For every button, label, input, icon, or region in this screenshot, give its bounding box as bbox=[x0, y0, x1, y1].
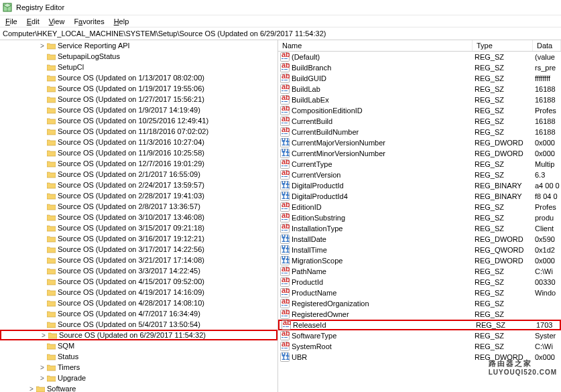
list-row[interactable]: DigitalProductId4REG_BINARYf8 04 0 bbox=[278, 191, 561, 202]
value-name: BuildLabEx bbox=[292, 96, 329, 104]
value-type: REG_SZ bbox=[473, 160, 533, 168]
chevron-right-icon[interactable]: > bbox=[40, 332, 47, 339]
string-value-icon bbox=[280, 342, 290, 351]
tree-item[interactable]: Source OS (Updated on 3/3/2017 14:22:45) bbox=[0, 265, 277, 276]
folder-icon bbox=[47, 375, 56, 382]
tree-item[interactable]: Source OS (Updated on 1/13/2017 08:02:00… bbox=[0, 72, 277, 83]
menu-edit[interactable]: Edit bbox=[23, 17, 44, 26]
menu-favorites[interactable]: Favorites bbox=[70, 17, 108, 26]
list-row[interactable]: CurrentBuildREG_SZ16188 bbox=[278, 116, 561, 127]
menu-view[interactable]: View bbox=[45, 17, 69, 26]
tree-item[interactable]: Source OS (Updated on 4/19/2017 14:16:09… bbox=[0, 287, 277, 298]
address-text: Computer\HKEY_LOCAL_MACHINE\SYSTEM\Setup… bbox=[3, 29, 326, 38]
tree-item[interactable]: Source OS (Updated on 4/15/2017 09:52:00… bbox=[0, 276, 277, 287]
tree-item[interactable]: SetupCl bbox=[0, 62, 277, 72]
menu-help[interactable]: Help bbox=[110, 17, 133, 26]
list-row[interactable]: DigitalProductIdREG_BINARYa4 00 0 bbox=[278, 180, 561, 191]
value-type: REG_SZ bbox=[473, 171, 533, 179]
tree-item[interactable]: SQM bbox=[0, 340, 277, 351]
value-name: BuildBranch bbox=[292, 64, 331, 72]
tree-item[interactable]: Source OS (Updated on 10/25/2016 12:49:4… bbox=[0, 115, 277, 126]
list-row[interactable]: BuildBranchREG_SZrs_pre bbox=[278, 62, 561, 73]
value-data: Syster bbox=[533, 332, 561, 340]
tree-item[interactable]: Source OS (Updated on 5/4/2017 13:50:54) bbox=[0, 319, 277, 330]
tree-item[interactable]: Status bbox=[0, 351, 277, 362]
chevron-right-icon[interactable]: > bbox=[28, 385, 35, 393]
list-row[interactable]: CurrentMinorVersionNumberREG_DWORD0x000 bbox=[278, 148, 561, 159]
list-row[interactable]: SoftwareTypeREG_SZSyster bbox=[278, 330, 561, 341]
list-row[interactable]: EditionIDREG_SZProfes bbox=[278, 202, 561, 212]
tree-item[interactable]: Source OS (Updated on 11/9/2016 10:25:58… bbox=[0, 147, 277, 158]
tree-item[interactable]: Source OS (Updated on 12/7/2016 19:01:29… bbox=[0, 158, 277, 169]
tree-item[interactable]: >Software bbox=[0, 383, 277, 392]
tree-item[interactable]: Source OS (Updated on 2/1/2017 16:55:09) bbox=[0, 169, 277, 180]
list-row[interactable]: ProductNameREG_SZWindo bbox=[278, 287, 561, 298]
string-value-icon bbox=[280, 117, 290, 126]
tree-item[interactable]: Source OS (Updated on 1/19/2017 19:55:06… bbox=[0, 83, 277, 94]
tree-item[interactable]: Source OS (Updated on 3/15/2017 09:21:18… bbox=[0, 222, 277, 233]
list-row[interactable]: RegisteredOwnerREG_SZ bbox=[278, 309, 561, 320]
tree-item-label: Upgrade bbox=[58, 374, 86, 382]
list-row[interactable]: PathNameREG_SZC:\Wi bbox=[278, 266, 561, 277]
list-row[interactable]: InstallTimeREG_QWORD0x1d2 bbox=[278, 245, 561, 255]
tree-item[interactable]: Source OS (Updated on 2/24/2017 13:59:57… bbox=[0, 180, 277, 190]
tree-item[interactable]: >Timers bbox=[0, 362, 277, 373]
string-value-icon bbox=[280, 95, 290, 105]
list-panel[interactable]: Name Type Data (Default)REG_SZ(valueBuil… bbox=[278, 40, 561, 392]
list-row[interactable]: BuildLabExREG_SZ16188 bbox=[278, 94, 561, 105]
value-name: SoftwareType bbox=[292, 332, 336, 340]
tree-item[interactable]: Source OS (Updated on 11/18/2016 07:02:0… bbox=[0, 126, 277, 137]
address-bar[interactable]: Computer\HKEY_LOCAL_MACHINE\SYSTEM\Setup… bbox=[0, 27, 561, 40]
list-row[interactable]: CurrentBuildNumberREG_SZ16188 bbox=[278, 127, 561, 137]
tree-item-label: Source OS (Updated on 4/15/2017 09:52:00… bbox=[58, 277, 204, 285]
list-row[interactable]: CompositionEditionIDREG_SZProfes bbox=[278, 105, 561, 116]
tree-item[interactable]: Source OS (Updated on 11/3/2016 10:27:04… bbox=[0, 137, 277, 147]
tree-item[interactable]: Source OS (Updated on 1/27/2017 15:56:21… bbox=[0, 94, 277, 105]
tree-item[interactable]: Source OS (Updated on 3/17/2017 14:22:56… bbox=[0, 244, 277, 255]
window-title: Registry Editor bbox=[16, 3, 64, 11]
menu-file[interactable]: File bbox=[1, 17, 21, 26]
list-row[interactable]: InstallationTypeREG_SZClient bbox=[278, 223, 561, 234]
list-row[interactable]: BuildLabREG_SZ16188 bbox=[278, 84, 561, 94]
list-row[interactable]: InstallDateREG_DWORD0x590 bbox=[278, 234, 561, 245]
list-row[interactable]: RegisteredOrganizationREG_SZ bbox=[278, 298, 561, 309]
chevron-right-icon[interactable]: > bbox=[39, 375, 46, 382]
list-row[interactable]: (Default)REG_SZ(value bbox=[278, 52, 561, 62]
value-data: Profes bbox=[533, 107, 561, 115]
tree-item-label: Status bbox=[58, 352, 78, 361]
list-row[interactable]: SystemRootREG_SZC:\Wi bbox=[278, 341, 561, 352]
chevron-right-icon[interactable]: > bbox=[39, 364, 46, 371]
column-type[interactable]: Type bbox=[473, 40, 533, 51]
tree-item[interactable]: Source OS (Updated on 3/16/2017 19:12:21… bbox=[0, 233, 277, 244]
list-row[interactable]: BuildGUIDREG_SZffffffff bbox=[278, 73, 561, 84]
string-value-icon bbox=[282, 320, 291, 330]
tree-item[interactable]: Source OS (Updated on 3/10/2017 13:46:08… bbox=[0, 212, 277, 222]
tree-item[interactable]: Source OS (Updated on 4/28/2017 14:08:10… bbox=[0, 298, 277, 308]
tree-item[interactable]: >Service Reporting API bbox=[0, 40, 277, 51]
list-row[interactable]: EditionSubstringREG_SZprodu bbox=[278, 212, 561, 223]
tree-item[interactable]: Source OS (Updated on 4/7/2017 16:34:49) bbox=[0, 308, 277, 319]
list-row[interactable]: CurrentTypeREG_SZMultip bbox=[278, 159, 561, 170]
list-row[interactable]: ProductIdREG_SZ00330 bbox=[278, 277, 561, 287]
tree-item[interactable]: >Upgrade bbox=[0, 373, 277, 383]
value-type: REG_SZ bbox=[473, 107, 533, 115]
column-data[interactable]: Data bbox=[533, 40, 561, 51]
list-row[interactable]: MigrationScopeREG_DWORD0x000 bbox=[278, 255, 561, 266]
value-type: REG_SZ bbox=[473, 224, 533, 233]
list-row[interactable]: ReleaseIdREG_SZ1703 bbox=[278, 320, 561, 330]
tree-item[interactable]: Source OS (Updated on 1/9/2017 14:19:49) bbox=[0, 105, 277, 115]
tree-item[interactable]: Source OS (Updated on 2/28/2017 19:41:03… bbox=[0, 190, 277, 201]
string-value-icon bbox=[280, 267, 290, 276]
chevron-right-icon[interactable]: > bbox=[39, 42, 46, 50]
value-data: 0x000 bbox=[533, 149, 561, 157]
tree-item[interactable]: Source OS (Updated on 3/21/2017 17:14:08… bbox=[0, 255, 277, 265]
column-name[interactable]: Name bbox=[278, 40, 473, 51]
tree-panel[interactable]: >Service Reporting APISetupapiLogStatusS… bbox=[0, 40, 278, 392]
tree-item[interactable]: Source OS (Updated on 2/8/2017 13:36:57) bbox=[0, 201, 277, 212]
value-type: REG_SZ bbox=[473, 117, 533, 125]
folder-icon bbox=[47, 64, 56, 71]
list-row[interactable]: CurrentVersionREG_SZ6.3 bbox=[278, 170, 561, 180]
list-row[interactable]: CurrentMajorVersionNumberREG_DWORD0x000 bbox=[278, 137, 561, 148]
tree-item[interactable]: >Source OS (Updated on 6/29/2017 11:54:3… bbox=[0, 330, 277, 340]
tree-item[interactable]: SetupapiLogStatus bbox=[0, 51, 277, 62]
